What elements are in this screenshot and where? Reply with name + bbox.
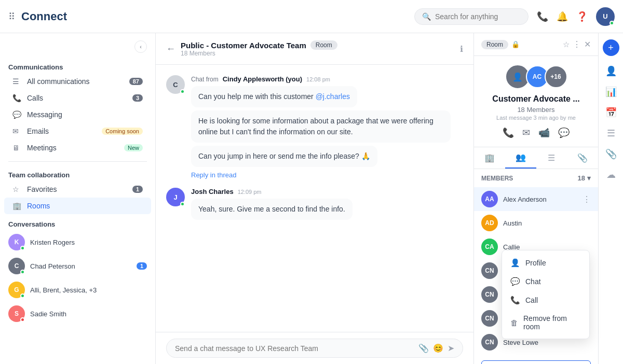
message-group-2: J Josh Charles 12:09 pm Yeah, sure. Give… (166, 188, 463, 223)
sadie-name: Sadie Smith (30, 310, 147, 318)
rp-member-item-alex[interactable]: AA Alex Anderson ⋮ (474, 187, 598, 211)
conv-item-sadie[interactable]: S Sadie Smith (0, 302, 155, 326)
msg1-bubble2: He is looking for some information about… (191, 110, 451, 143)
rp-chat-btn[interactable]: 💬 (558, 127, 570, 138)
reply-thread-link[interactable]: Reply in thread (191, 171, 236, 179)
rp-tab-members[interactable]: 👥 (505, 147, 536, 169)
chat-messages: C Chat from Cindy Applesworth (you) 12:0… (156, 65, 473, 332)
msg1-sender: Cindy Applesworth (you) (223, 75, 302, 83)
calls-badge: 3 (132, 94, 143, 102)
meetings-icon: 🖥 (12, 144, 22, 152)
chad-avatar: C (8, 258, 25, 274)
phone-icon[interactable]: 📞 (537, 11, 548, 22)
chat-subtitle: 18 Members (181, 50, 455, 57)
austin-name: Austin (503, 219, 591, 227)
alex-name: Alex Anderson (503, 195, 577, 203)
rp-close-btn[interactable]: ✕ (584, 39, 591, 49)
sidebar-item-calls[interactable]: 📞 Calls 3 (4, 90, 151, 106)
icon-bar-cloud-btn[interactable]: ☁ (606, 169, 616, 180)
conv-item-chad[interactable]: C Chad Peterson 1 (0, 254, 155, 278)
group-online-dot (20, 293, 25, 298)
chat-header: ← Public - Customer Advocate Team Room 1… (156, 33, 473, 65)
icon-bar-table-btn[interactable]: 📊 (605, 86, 617, 97)
favorites-badge: 1 (132, 186, 143, 193)
sender1-avatar: C (166, 75, 185, 94)
icon-bar: + 👤 📊 📅 ☰ 📎 ☁ (598, 33, 623, 364)
rp-tab-list[interactable]: ☰ (536, 147, 567, 169)
chad2-avatar: CN (481, 286, 498, 303)
chat-room-badge: Room (310, 40, 337, 50)
context-menu-item-chat[interactable]: 💬 Chat (502, 272, 589, 291)
msg1-content: Chat from Cindy Applesworth (you) 12:08 … (191, 75, 463, 179)
avatar[interactable]: U (596, 7, 615, 26)
emails-label: Emails (27, 127, 97, 135)
msg2-content: Josh Charles 12:09 pm Yeah, sure. Give m… (191, 188, 463, 223)
icon-bar-calendar-btn[interactable]: 📅 (605, 107, 617, 118)
all-comms-badge: 87 (129, 78, 143, 85)
sidebar-item-emails[interactable]: ✉ Emails Coming soon (4, 123, 151, 139)
sidebar-divider-1 (8, 161, 147, 162)
sidebar-item-messaging[interactable]: 💬 Messaging (4, 106, 151, 123)
icon-bar-add-btn[interactable]: + (603, 39, 619, 56)
msg2-time: 12:09 pm (238, 189, 262, 195)
emoji-icon[interactable]: 😊 (433, 343, 443, 353)
emails-coming-soon-badge: Coming soon (102, 128, 143, 135)
send-btn[interactable]: ➤ (448, 343, 454, 353)
emails-icon: ✉ (12, 127, 22, 135)
icon-bar-person-btn[interactable]: 👤 (605, 65, 617, 77)
all-comms-label: All communications (27, 77, 124, 86)
profile-label: Profile (525, 259, 546, 267)
kristen-online-dot (20, 246, 25, 250)
call-label: Call (525, 296, 538, 304)
rp-last-msg: Last message 3 min ago by me (482, 115, 590, 121)
context-menu-item-call[interactable]: 📞 Call (502, 291, 589, 310)
conv-item-kristen[interactable]: K Kristen Rogers (0, 230, 155, 254)
chad-online-dot (20, 270, 25, 274)
rp-tab-attach[interactable]: 📎 (567, 147, 598, 169)
sidebar-item-meetings[interactable]: 🖥 Meetings New (4, 139, 151, 156)
rp-tabs: 🏢 👥 ☰ 📎 (474, 147, 598, 169)
search-input[interactable] (435, 12, 521, 21)
sidebar-collapse-btn[interactable]: ‹ (134, 40, 147, 53)
conv-item-group[interactable]: G Alli, Brent, Jessica, +3 (0, 278, 155, 302)
msg2-sender: Josh Charles (191, 188, 234, 195)
context-menu-item-remove[interactable]: 🗑 Remove from room (502, 310, 589, 335)
sadie-online-dot (20, 317, 25, 322)
rp-profile-section: 👤 AC +16 Customer Advocate ... 18 Member… (474, 56, 598, 147)
bell-icon[interactable]: 🔔 (557, 11, 568, 22)
sidebar-item-favorites[interactable]: ☆ Favorites 1 (4, 181, 151, 198)
chat-icon: 💬 (510, 277, 520, 286)
rp-star-btn[interactable]: ☆ (563, 40, 570, 49)
alex-menu-btn[interactable]: ⋮ (583, 194, 591, 204)
search-icon: 🔍 (422, 12, 431, 21)
chat-info-btn[interactable]: ℹ (460, 44, 463, 54)
sidebar-item-all-communications[interactable]: ☰ All communications 87 (4, 73, 151, 90)
reuben-avatar: CN (481, 262, 498, 279)
attach-icon[interactable]: 📎 (418, 343, 429, 353)
icon-bar-list-btn[interactable]: ☰ (607, 128, 615, 139)
help-icon[interactable]: ❓ (576, 11, 588, 22)
context-menu: 👤 Profile 💬 Chat 📞 Call 🗑 Remove from ro… (502, 250, 590, 339)
grid-icon[interactable]: ⠿ (8, 11, 15, 22)
chat-back-btn[interactable]: ← (166, 44, 175, 54)
chat-input[interactable] (175, 344, 414, 353)
calls-label: Calls (27, 94, 127, 102)
rooms-icon: 🏢 (12, 202, 22, 210)
rp-mail-btn[interactable]: ✉ (522, 127, 530, 138)
add-members-btn[interactable]: Add Members (481, 360, 591, 364)
rp-member-item-austin[interactable]: AD Austin (474, 211, 598, 235)
rp-lock-icon: 🔒 (511, 40, 520, 48)
remove-label: Remove from room (523, 314, 581, 331)
rp-members-header: MEMBERS 18 ▾ (474, 169, 598, 187)
icon-bar-paperclip-btn[interactable]: 📎 (605, 148, 617, 160)
rp-more-btn[interactable]: ⋮ (573, 39, 581, 49)
rp-phone-btn[interactable]: 📞 (503, 127, 514, 138)
calls-icon: 📞 (12, 94, 22, 102)
sidebar-item-rooms[interactable]: 🏢 Rooms (4, 198, 151, 214)
rp-tab-building[interactable]: 🏢 (474, 147, 505, 169)
context-menu-item-profile[interactable]: 👤 Profile (502, 254, 589, 272)
call-icon: 📞 (510, 296, 520, 305)
communications-label: Communications (0, 57, 155, 73)
rp-video-btn[interactable]: 📹 (538, 127, 550, 138)
messaging-label: Messaging (27, 110, 143, 119)
